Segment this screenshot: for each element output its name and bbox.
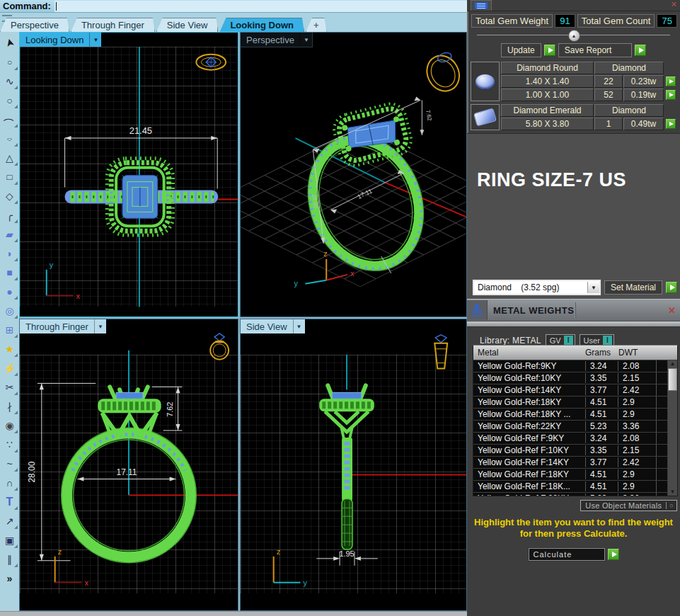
command-input[interactable] (54, 1, 467, 12)
metal-row[interactable]: Yellow Gold-Ref F:22KY5.233.36 (473, 493, 667, 496)
split-tool-button[interactable]: ∤ (1, 397, 19, 416)
chevron-down-icon[interactable]: ▼ (293, 319, 305, 333)
explode-tool-button[interactable]: ⚡ (1, 358, 19, 377)
set-material-button[interactable]: Set Material (604, 280, 662, 295)
point-tool-button[interactable]: ○ (1, 52, 19, 72)
gem-material: Diamond (594, 62, 664, 74)
curved-surface-tool-button[interactable]: ◗ (1, 244, 19, 263)
viewport-side-view[interactable]: 1.95 z y Side View (240, 319, 467, 611)
tab-looking-down[interactable]: Looking Down (219, 18, 304, 32)
select-tool-icon: ➤ (4, 38, 16, 49)
user-toggle-indicator: I (603, 336, 612, 345)
tab-add-view[interactable]: + (306, 18, 327, 32)
metal-row[interactable]: Yellow Gold-Ref:18KY4.512.9 (473, 397, 667, 408)
more-tools-button[interactable]: » (1, 569, 19, 588)
polygon-tool-button[interactable]: ◇ (1, 186, 19, 205)
gem-report-tab[interactable] (471, 0, 492, 11)
chevron-down-icon[interactable]: ▼ (94, 319, 106, 333)
window-bottom-edge (0, 611, 467, 616)
metal-row[interactable]: Yellow Gold-Ref F:14KY3.772.42 (473, 457, 667, 468)
use-object-materials-button[interactable]: Use Object Materials ○ (580, 500, 677, 511)
move-tool-button[interactable]: ↗ (1, 511, 19, 530)
metal-row[interactable]: Yellow Gold-Ref F:18K...4.512.9 (473, 481, 667, 492)
patch-surface-tool-button[interactable]: ▰ (1, 224, 19, 244)
circle-tool-button[interactable]: ○ (1, 91, 19, 110)
gem-row-play-button[interactable] (666, 90, 676, 100)
axis-x-label: x (350, 269, 355, 278)
gem-count: 52 (594, 89, 623, 101)
rectangle-tool-button[interactable]: □ (1, 167, 19, 186)
command-label: Command: (0, 1, 54, 11)
box-tool-button[interactable]: ■ (1, 263, 19, 282)
update-button[interactable]: Update (501, 43, 541, 57)
metal-row[interactable]: Yellow Gold-Ref:10KY3.352.15 (473, 372, 667, 384)
save-report-button[interactable]: Save Report (558, 43, 632, 57)
blend-tool-button[interactable]: ~ (1, 454, 19, 473)
calculate-play-button[interactable] (608, 549, 619, 560)
emerald-gem-icon (471, 104, 500, 130)
ellipse-tool-button[interactable]: ○ (1, 129, 19, 148)
save-report-play-button[interactable] (635, 45, 646, 56)
calculate-button[interactable]: Calculate (529, 548, 605, 561)
viewport-menu-looking-down[interactable]: Looking Down ▼ (20, 33, 101, 47)
scroll-down-icon[interactable]: ▼ (670, 489, 676, 496)
metal-row[interactable]: Yellow Gold-Ref:18KY ...4.512.9 (473, 409, 667, 420)
handle-curve-tool-button[interactable]: ∩ (1, 473, 19, 492)
viewport-through-finger[interactable]: 28.00 7.62 17.11 (19, 319, 238, 611)
gem-row-play-button[interactable] (666, 119, 676, 129)
scroll-up-icon[interactable]: ▲ (670, 360, 676, 367)
star-tool-icon: ★ (5, 344, 14, 354)
select-tool-button[interactable]: ➤ (1, 33, 19, 52)
fillet-tool-button[interactable]: ╭ (1, 205, 19, 224)
scroll-thumb[interactable] (668, 368, 677, 391)
panel-close-icon[interactable]: ✕ (671, 0, 677, 9)
metal-row[interactable]: Yellow Gold-Ref:22KY5.233.36 (473, 421, 667, 432)
metal-weights-close-icon[interactable]: ✕ (668, 305, 676, 316)
metal-row[interactable]: Yellow Gold-Ref F:9KY3.242.08 (473, 433, 667, 444)
arc-tool-button[interactable]: ( (1, 110, 19, 129)
star-tool-button[interactable]: ★ (1, 339, 19, 358)
text-tool-button[interactable]: T (1, 492, 19, 511)
fillet-tool-icon: ╭ (6, 210, 12, 220)
group-tool-button[interactable]: ▣ (1, 530, 19, 549)
metal-row[interactable]: Yellow Gold-Ref F:18KY4.512.9 (473, 469, 667, 480)
report-splitter[interactable]: ▲ (477, 30, 670, 41)
metal-weights-header: METAL WEIGHTS ✕ (467, 299, 680, 321)
chevron-down-icon[interactable]: ▼ (300, 33, 312, 47)
color-tool-button[interactable]: ◉ (1, 416, 19, 435)
points-tool-button[interactable]: ∵ (1, 435, 19, 454)
viewport-menu-perspective[interactable]: Perspective ▼ (241, 33, 313, 47)
set-material-play-button[interactable] (666, 282, 677, 293)
dim-head-height: 7.62 (166, 402, 174, 417)
trim-tool-button[interactable]: ✂ (1, 377, 19, 397)
tab-through-finger[interactable]: Through Finger (71, 18, 155, 32)
splitter-knob[interactable]: ▲ (568, 30, 580, 42)
viewport-menu-side-view[interactable]: Side View ▼ (241, 319, 305, 333)
side-view-canvas: 1.95 z y (241, 319, 466, 610)
handle-curve-tool-icon: ∩ (6, 478, 13, 488)
metal-row[interactable]: Yellow Gold-Ref:9KY3.242.08 (473, 360, 667, 372)
dropdown-arrow-icon[interactable]: ▼ (587, 282, 599, 293)
ring-size-text: RING SIZE-7 US (477, 169, 626, 191)
chevron-down-icon[interactable]: ▼ (89, 33, 101, 47)
tab-perspective[interactable]: Perspective (0, 18, 69, 32)
trim-tool-icon: ✂ (6, 382, 14, 392)
viewport-perspective[interactable]: 7.62 28.00 17.11 (240, 32, 467, 317)
viewport-menu-through-finger[interactable]: Through Finger ▼ (20, 319, 106, 333)
update-play-button[interactable] (544, 45, 555, 56)
move-tool-icon: ↗ (6, 516, 14, 526)
torus-tool-button[interactable]: ◎ (1, 301, 19, 320)
metal-row[interactable]: Yellow Gold-Ref F:10KY3.352.15 (473, 445, 667, 456)
mirror-tool-button[interactable]: ∥ (1, 549, 19, 569)
table-scrollbar[interactable]: ▲ ▼ (668, 360, 677, 496)
cone-tool-button[interactable]: △ (1, 148, 19, 167)
sphere-tool-button[interactable]: ● (1, 282, 19, 301)
mesh-tool-button[interactable]: ⊞ (1, 320, 19, 339)
material-dropdown[interactable]: Diamond (3.52 spg) ▼ (473, 280, 601, 295)
curve-tool-button[interactable]: ∿ (1, 72, 19, 91)
viewport-looking-down[interactable]: 21.45 y x (19, 32, 238, 317)
tab-side-view[interactable]: Side View (156, 18, 219, 32)
material-row: Diamond (3.52 spg) ▼ Set Material (473, 280, 677, 295)
gem-row-play-button[interactable] (666, 76, 676, 86)
metal-row[interactable]: Yellow Gold-Ref:14KY3.772.42 (473, 384, 667, 396)
